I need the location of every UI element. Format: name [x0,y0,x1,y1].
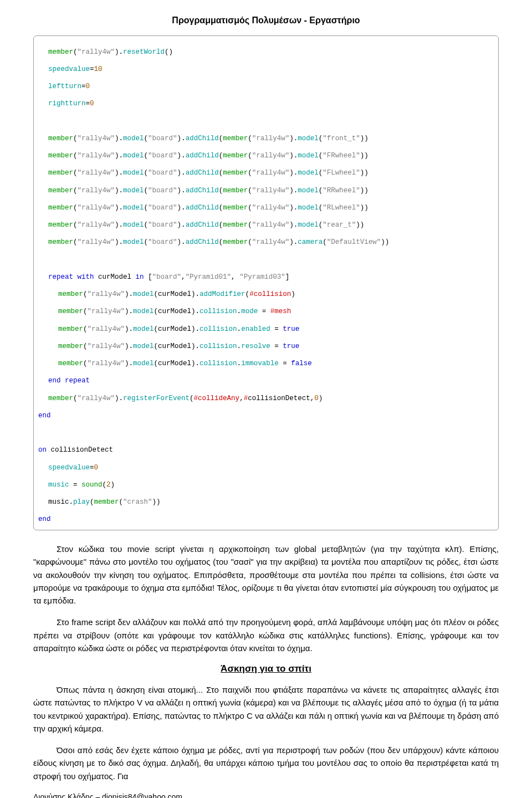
paragraph-1: Στον κώδικα του movie script γίνεται η α… [33,543,499,607]
code-listing: member("rally4w").resetWorld() speedvalu… [33,35,499,530]
paragraph-2: Στο frame script δεν αλλάζουν και πολλά … [33,616,499,654]
paragraph-4: Όσοι από εσάς δεν έχετε κάποιο όχημα με … [33,744,499,782]
page: Προγραμματισμός Πολυμέσων - Εργαστήριο m… [0,0,532,798]
page-header: Προγραμματισμός Πολυμέσων - Εργαστήριο [33,16,499,25]
footer-author: Διονύσης Κλάδης – dionisis84@yahoo.com [33,792,499,798]
paragraph-3: Όπως πάντα η άσκηση είναι ατομική... Στο… [33,683,499,735]
section-title: Άσκηση για το σπίτι [33,663,499,674]
